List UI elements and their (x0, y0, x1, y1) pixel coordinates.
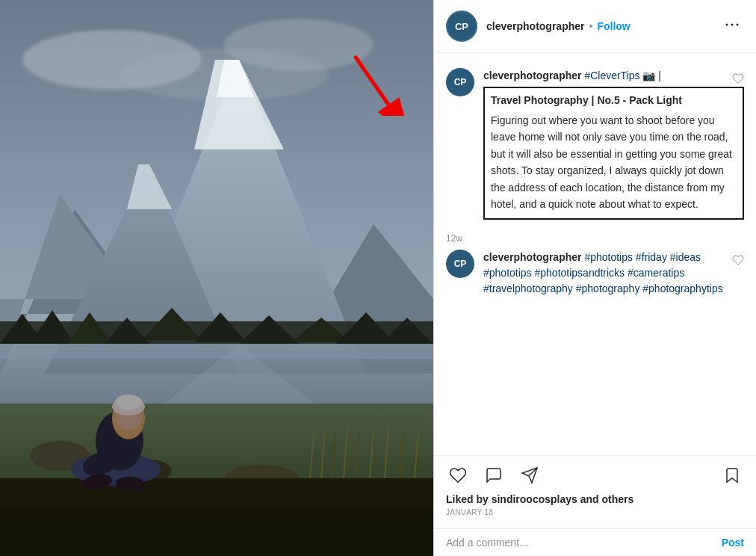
caption-content-2: cleverphotographer #phototips #friday #i… (483, 250, 744, 297)
post-date: JANUARY 18 (446, 508, 744, 516)
like-button[interactable] (446, 463, 470, 487)
header-avatar: CP (446, 10, 477, 42)
caption-item-2: CP cleverphotographer #phototips #friday… (434, 244, 756, 303)
caption-emoji-1: 📷 (642, 70, 655, 81)
svg-point-53 (731, 23, 734, 25)
captions-area[interactable]: CP cleverphotographer #CleverTips 📷 | Tr… (434, 53, 756, 455)
share-icon (521, 466, 539, 484)
caption-avatar-1: CP (446, 68, 474, 96)
like-caption-button[interactable] (732, 72, 744, 87)
header-username[interactable]: cleverphotographer (486, 20, 584, 32)
caption-username-1[interactable]: cleverphotographer (483, 70, 581, 81)
follow-button[interactable]: Follow (597, 20, 630, 32)
liked-by-text: Liked by sindiroocosplays and others (446, 493, 744, 505)
svg-point-52 (726, 23, 728, 25)
post-image (0, 0, 433, 556)
caption-highlighted-box: Travel Photography | No.5 - Pack Light F… (483, 87, 744, 220)
svg-rect-40 (0, 508, 433, 556)
post-comment-button[interactable]: Post (722, 537, 744, 549)
save-button[interactable] (720, 463, 744, 487)
comment-button[interactable] (482, 463, 506, 487)
caption-avatar-2: CP (446, 250, 474, 278)
caption-username-2[interactable]: cleverphotographer (483, 251, 581, 263)
svg-point-47 (115, 395, 142, 410)
heart-icon (449, 466, 467, 484)
bookmark-icon (723, 466, 741, 484)
actions-bar: Liked by sindiroocosplays and others JAN… (434, 455, 756, 528)
svg-rect-24 (0, 344, 433, 359)
caption-content-1: cleverphotographer #CleverTips 📷 | Trave… (483, 68, 744, 223)
share-button[interactable] (518, 463, 542, 487)
header-dot: • (589, 20, 592, 32)
caption-item-1: CP cleverphotographer #CleverTips 📷 | Tr… (434, 62, 756, 229)
comment-input[interactable] (446, 537, 722, 549)
caption-body: Figuring out where you want to shoot bef… (491, 112, 737, 212)
action-buttons-group (446, 463, 744, 487)
caption-title: Travel Photography | No.5 - Pack Light (491, 94, 737, 106)
header-user-info: cleverphotographer • Follow (486, 20, 711, 32)
comment-icon (485, 466, 503, 484)
post-header: CP cleverphotographer • Follow (434, 0, 756, 53)
comment-input-area: Post (434, 528, 756, 556)
liked-by-username[interactable]: sindiroocosplays (492, 493, 577, 505)
svg-point-54 (737, 23, 739, 25)
caption-hashtag-1[interactable]: #CleverTips (584, 70, 639, 81)
caption-time-1: 12w (434, 233, 756, 244)
more-options-button[interactable] (720, 16, 744, 37)
post-panel: CP cleverphotographer • Follow CP clever… (433, 0, 756, 556)
like-caption-2-button[interactable] (732, 254, 744, 269)
more-icon (723, 16, 741, 34)
